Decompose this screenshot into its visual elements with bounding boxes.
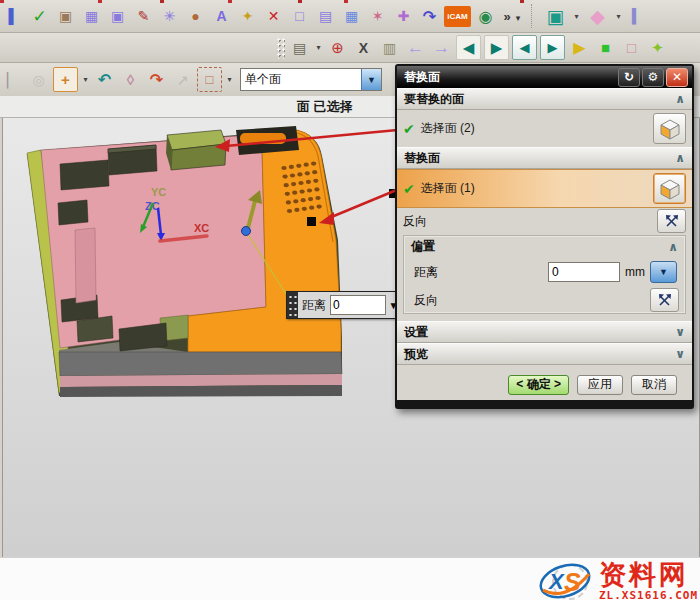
face-select-button[interactable] <box>653 113 686 144</box>
onscreen-distance-widget[interactable]: 距离 ▼ <box>286 291 402 319</box>
cascade-windows-icon[interactable]: ▤ <box>314 5 337 28</box>
toolbar-separator <box>531 4 536 28</box>
ok-button[interactable]: < 确定 > <box>508 375 569 395</box>
distance-input[interactable] <box>548 262 620 282</box>
section-offset[interactable]: 偏置 ∧ <box>404 236 685 257</box>
last-step-teal-icon[interactable]: ▶ <box>540 35 565 60</box>
collapse-chevron-icon[interactable]: ∧ <box>675 92 685 106</box>
approve-check-icon[interactable]: ✓ <box>28 5 51 28</box>
pink-box-icon[interactable]: □ <box>620 36 643 59</box>
component-key-icon[interactable]: ✦ <box>236 5 259 28</box>
selection-hands-icon[interactable]: ◎ <box>27 68 50 91</box>
select-faces-row[interactable]: ✔ 选择面 (2) <box>397 110 692 147</box>
select-replacement-face-label: 选择面 (1) <box>421 180 475 197</box>
reverse-arrows-icon <box>664 213 680 229</box>
delete-document-icon[interactable]: ✕ <box>262 5 285 28</box>
forward-arrow-purple-icon[interactable]: → <box>430 36 453 59</box>
section-replacement-face[interactable]: 替换面 ∧ <box>397 147 692 169</box>
undo-icon[interactable]: ↶ <box>93 68 116 91</box>
offset-group: 偏置 ∧ 距离 mm ▼ 反向 <box>403 235 686 314</box>
toolbar-navigation: ▤▾⊕X▥←→◀▶◀▶▶■□✦ <box>0 33 700 63</box>
application-window: YC ZC XC 距离 ▼ ▌✓▣▦ <box>0 0 700 600</box>
cube-icon <box>659 178 681 200</box>
icam-icon[interactable]: iCAM <box>444 6 471 27</box>
spray-tool-icon[interactable]: ✶ <box>366 5 389 28</box>
globe-clock-icon[interactable]: ◉ <box>474 5 497 28</box>
measure-x-icon[interactable]: X <box>352 36 375 59</box>
offset-label: 偏置 <box>411 238 435 255</box>
face-rule-value: 单个面 <box>241 71 361 88</box>
grid-view-icon[interactable]: ▦ <box>340 5 363 28</box>
watermark: X S 资料网 ZL.XS1616.COM <box>537 560 698 600</box>
toolbar-drag-handle-icon[interactable] <box>276 37 285 59</box>
primitive-cube-icon[interactable]: ◆ <box>584 3 611 29</box>
primitive-cube-dropdown-icon[interactable]: ▾ <box>614 12 623 21</box>
select-replacement-face-row[interactable]: ✔ 选择面 (1) <box>397 169 692 208</box>
boolean-ops-icon[interactable]: ▣ <box>542 3 569 29</box>
distance-unit: mm <box>625 265 645 279</box>
reverse-offset-row: 反向 <box>404 287 685 313</box>
reverse-label: 反向 <box>403 213 427 230</box>
cropped-menu-remnants <box>0 0 4 3</box>
expand-chevron-icon[interactable]: ∨ <box>675 325 685 339</box>
prev-step-teal-icon[interactable]: ◀ <box>456 35 481 60</box>
face-rule-combobox[interactable]: 单个面 ▼ <box>240 68 382 91</box>
expand-chevron-icon[interactable]: ∨ <box>675 347 685 361</box>
component-text-icon[interactable]: A <box>210 5 233 28</box>
face-rule-dropdown-icon[interactable]: ▼ <box>361 69 381 90</box>
redo-move-icon[interactable]: ↷ <box>145 68 168 91</box>
reverse-offset-label: 反向 <box>414 292 438 309</box>
reverse-direction-button[interactable] <box>657 209 686 233</box>
add-component-icon[interactable]: ▣ <box>54 5 77 28</box>
apply-button[interactable]: 应用 <box>577 375 623 395</box>
move-component-icon[interactable]: ▣ <box>106 5 129 28</box>
sheet-stack-icon[interactable]: ▥ <box>378 36 401 59</box>
panel-grip-icon[interactable]: ▏ <box>1 68 24 91</box>
face-select-button-active[interactable] <box>653 173 686 204</box>
marquee-select-dropdown-icon[interactable]: ▾ <box>225 75 234 84</box>
marquee-select-icon[interactable]: □ <box>197 67 222 92</box>
highlight-lamp-icon[interactable]: ✦ <box>646 36 669 59</box>
notebook-dropdown-icon[interactable]: ▾ <box>314 43 323 52</box>
edge-partial-icon[interactable]: ▍ <box>626 5 649 28</box>
loop-arrow-icon[interactable]: ↷ <box>418 5 441 28</box>
section-label: 要替换的面 <box>404 91 464 108</box>
dialog-close-icon[interactable]: ✕ <box>666 68 688 87</box>
pattern-component-icon[interactable]: ▦ <box>80 5 103 28</box>
section-settings[interactable]: 设置 ∨ <box>397 321 692 343</box>
first-step-teal-icon[interactable]: ◀ <box>512 35 537 60</box>
section-preview[interactable]: 预览 ∨ <box>397 343 692 365</box>
notebook-icon[interactable]: ▤ <box>288 36 311 59</box>
play-solid-icon[interactable]: ▶ <box>568 36 591 59</box>
cancel-button[interactable]: 取消 <box>631 375 677 395</box>
dialog-settings-icon[interactable]: ⚙ <box>642 68 664 87</box>
dialog-titlebar[interactable]: 替换面 ↻ ⚙ ✕ <box>397 66 692 88</box>
toolbar-overflow-more-icon[interactable]: ▾ <box>511 6 525 29</box>
watermark-logo: X S <box>537 560 595 600</box>
sphere-trim-icon[interactable]: ● <box>184 5 207 28</box>
eraser-icon[interactable]: ◊ <box>119 68 142 91</box>
green-block-icon[interactable]: ■ <box>594 36 617 59</box>
next-step-teal-icon[interactable]: ▶ <box>484 35 509 60</box>
new-window-icon[interactable]: □ <box>288 5 311 28</box>
drag-arrow-disabled-icon[interactable]: ↗ <box>171 68 194 91</box>
distance-widget-input[interactable] <box>330 295 386 315</box>
watermark-site-url: ZL.XS1616.COM <box>599 590 698 600</box>
snap-point-dropdown-icon[interactable]: ▾ <box>81 75 90 84</box>
collapse-chevron-icon[interactable]: ∧ <box>668 240 678 254</box>
wrench-tool-icon[interactable]: ✚ <box>392 5 415 28</box>
collapse-chevron-icon[interactable]: ∧ <box>675 151 685 165</box>
dialog-reset-icon[interactable]: ↻ <box>618 68 640 87</box>
section-faces-to-replace[interactable]: 要替换的面 ∧ <box>397 88 692 110</box>
widget-drag-handle-icon[interactable] <box>287 292 298 318</box>
snap-point-icon[interactable]: + <box>53 67 78 92</box>
csys-display-icon[interactable]: ⊕ <box>326 36 349 59</box>
edit-note-icon[interactable]: ✎ <box>132 5 155 28</box>
assembly-part-icon[interactable]: ▌ <box>2 5 25 28</box>
reverse-offset-button[interactable] <box>650 288 679 312</box>
exploded-view-icon[interactable]: ✳ <box>158 5 181 28</box>
unit-dropdown-icon[interactable]: ▼ <box>650 261 677 283</box>
watermark-site-name: 资料网 <box>599 562 689 589</box>
boolean-ops-dropdown-icon[interactable]: ▾ <box>572 12 581 21</box>
back-arrow-purple-icon[interactable]: ← <box>404 36 427 59</box>
